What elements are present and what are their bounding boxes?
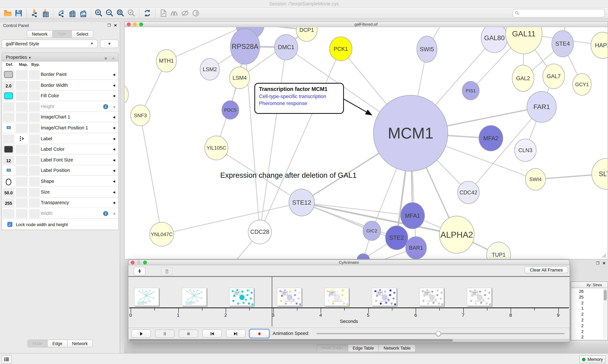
delete-frame-button[interactable]	[161, 267, 172, 275]
byp-cell[interactable]	[29, 134, 40, 143]
position-icon[interactable]	[3, 166, 14, 175]
table-tab-network-table[interactable]: Network Table	[379, 344, 416, 352]
byp-cell[interactable]	[29, 102, 40, 111]
color-swatch[interactable]	[4, 146, 13, 153]
map-cell[interactable]	[16, 177, 28, 186]
browser-tab-node[interactable]: Node	[28, 340, 48, 347]
network-snapshot-button[interactable]	[158, 8, 168, 18]
byp-cell[interactable]	[29, 123, 40, 132]
expand-property-icon[interactable]: ◀	[113, 208, 115, 219]
map-cell[interactable]	[16, 188, 28, 196]
color-swatch[interactable]	[4, 71, 13, 78]
style-options-button[interactable]: ▼	[100, 39, 119, 48]
expand-property-icon[interactable]: ◀	[113, 80, 115, 91]
table-row[interactable]: 26	[571, 289, 602, 295]
annotation-link-1[interactable]: Cell-type-specific transcription	[259, 93, 343, 99]
byp-cell[interactable]	[29, 70, 40, 79]
lock-size-checkbox[interactable]: ✓	[7, 222, 13, 227]
table-row[interactable]: 2	[571, 329, 602, 335]
skip-start-button[interactable]	[202, 329, 222, 338]
animation-frame-6[interactable]	[419, 288, 444, 306]
timeline-horizontal-scrollbar[interactable]	[128, 339, 570, 342]
byp-cell[interactable]	[29, 198, 40, 207]
color-swatch[interactable]	[4, 93, 13, 99]
style-selector[interactable]: galFiltered Style ▼	[1, 39, 98, 48]
byp-cell[interactable]	[29, 188, 40, 196]
expand-property-icon[interactable]: ◀	[113, 101, 115, 112]
zoom-selected-button[interactable]	[126, 8, 137, 18]
zoom-window-button[interactable]	[139, 23, 143, 26]
def-cell[interactable]: 2.0	[3, 81, 14, 90]
browser-tab-edge[interactable]: Edge	[48, 340, 68, 347]
close-window-button[interactable]	[127, 23, 131, 26]
map-cell[interactable]	[16, 91, 28, 100]
position-icon[interactable]	[3, 123, 14, 132]
export-network-button[interactable]	[56, 8, 66, 18]
float-panel-icon[interactable]: ❐	[107, 22, 111, 29]
table-col-ity[interactable]: ity	[571, 282, 590, 288]
skip-end-button[interactable]	[226, 329, 245, 338]
expand-property-icon[interactable]: ◀	[113, 133, 115, 144]
map-cell[interactable]	[16, 102, 28, 111]
map-cell[interactable]	[16, 113, 28, 122]
animation-frame-0[interactable]	[134, 288, 159, 306]
tab-select[interactable]: Select	[72, 30, 93, 38]
def-cell[interactable]	[3, 70, 14, 79]
speed-slider-handle[interactable]	[436, 331, 441, 336]
import-table-button[interactable]	[40, 8, 51, 18]
info-icon[interactable]: i	[103, 104, 108, 109]
zoom-in-button[interactable]	[94, 8, 104, 18]
byp-cell[interactable]	[29, 91, 40, 100]
animation-frame-5[interactable]	[372, 288, 397, 306]
close-table-panel-icon[interactable]: ✕	[602, 261, 606, 265]
def-cell[interactable]: 50.0	[3, 188, 14, 196]
map-cell[interactable]	[16, 70, 28, 79]
expand-property-icon[interactable]: ◀	[113, 69, 115, 80]
zoom-out-button[interactable]	[105, 8, 115, 18]
map-cell[interactable]	[16, 156, 28, 164]
minimize-window-button[interactable]	[137, 260, 141, 264]
open-session-button[interactable]	[3, 8, 13, 18]
annotation-box[interactable]: Transcription factor MCM1 Cell-type-spec…	[254, 83, 344, 114]
animation-speed-slider[interactable]	[316, 333, 565, 334]
ellipse-icon[interactable]	[3, 177, 14, 186]
resize-grip[interactable]	[600, 252, 607, 258]
cyanimator-timeline[interactable]: Seconds 0123456789	[128, 277, 570, 328]
table-row[interactable]: 2	[571, 312, 602, 318]
animation-frame-7[interactable]	[467, 288, 491, 306]
network-edge[interactable]	[140, 116, 162, 234]
table-row[interactable]: 25	[571, 295, 602, 300]
stop-button[interactable]	[179, 329, 198, 338]
network-node-cut1[interactable]	[357, 254, 369, 259]
map-cell[interactable]	[16, 145, 28, 154]
expand-property-icon[interactable]: ◀	[113, 187, 115, 197]
search-box[interactable]	[512, 9, 605, 17]
save-session-button[interactable]	[14, 8, 24, 18]
expand-property-icon[interactable]: ◀	[113, 112, 115, 123]
table-row[interactable]: 2	[571, 323, 602, 329]
map-cell[interactable]	[16, 81, 28, 90]
discrete-icon[interactable]	[16, 134, 28, 143]
expand-property-icon[interactable]: ◀	[113, 123, 115, 133]
network-node-cut2[interactable]	[124, 86, 128, 103]
table-row[interactable]: 2	[571, 300, 602, 306]
expand-property-icon[interactable]: ◀	[113, 155, 115, 165]
animation-frame-1[interactable]	[182, 288, 207, 306]
refresh-view-button[interactable]	[142, 8, 152, 18]
expand-property-icon[interactable]: ◀	[113, 197, 115, 208]
def-cell[interactable]: 12	[3, 156, 14, 164]
export-image-button[interactable]	[78, 8, 88, 18]
byp-cell[interactable]	[29, 156, 40, 164]
byp-cell[interactable]	[29, 81, 40, 90]
task-history-button[interactable]	[1, 355, 12, 364]
expand-property-icon[interactable]: ◀	[113, 176, 115, 187]
play-button[interactable]	[131, 329, 151, 338]
expand-property-icon[interactable]: ◀	[113, 144, 115, 155]
map-cell[interactable]	[16, 166, 28, 175]
map-cell[interactable]	[16, 209, 28, 218]
node-attribute-table[interactable]: ity Stres 26252122222	[571, 281, 608, 340]
collapse-all-icon[interactable]: »	[109, 57, 117, 60]
byp-cell[interactable]	[29, 209, 40, 218]
def-cell[interactable]	[3, 134, 14, 143]
animation-frame-2[interactable]	[229, 288, 254, 306]
